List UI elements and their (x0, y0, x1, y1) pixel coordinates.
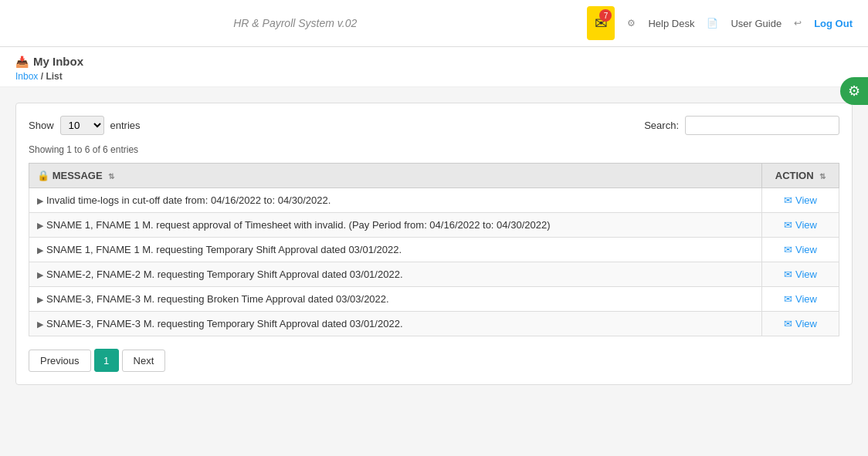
row-arrow: ▶ (37, 196, 43, 205)
showing-entries: Showing 1 to 6 of 6 entries (29, 144, 839, 155)
entries-label: entries (110, 120, 141, 131)
notification-badge: 7 (599, 9, 612, 22)
table-header-row: 🔒 MESSAGE ⇅ ACTION ⇅ (29, 164, 839, 188)
logout-link[interactable]: Log Out (814, 18, 853, 29)
message-cell: ▶SNAME 1, FNAME 1 M. request approval of… (29, 213, 762, 238)
table-row: ▶SNAME 1, FNAME 1 M. requesting Temporar… (29, 238, 839, 262)
inbox-icon: 📥 (15, 56, 29, 68)
user-guide-link[interactable]: User Guide (731, 18, 782, 29)
lock-icon: 🔒 (37, 170, 49, 181)
view-link[interactable]: ✉View (784, 194, 817, 206)
bell-icon[interactable]: ✉ 7 (587, 6, 615, 40)
view-link[interactable]: ✉View (784, 244, 817, 255)
table-row: ▶SNAME-3, FNAME-3 M. requesting Broken T… (29, 287, 839, 312)
envelope-icon: ✉ (784, 269, 792, 280)
header-nav: ⚙ Help Desk 📄 User Guide ↩ Log Out (627, 18, 853, 29)
envelope-icon: ✉ (784, 219, 792, 231)
message-cell: ▶SNAME-3, FNAME-3 M. requesting Temporar… (29, 312, 762, 336)
action-cell: ✉View (762, 312, 839, 336)
table-body: ▶Invalid time-logs in cut-off date from:… (29, 188, 839, 336)
show-entries: Show 10 25 50 100 entries (29, 116, 141, 135)
envelope-icon: ✉ (784, 194, 792, 206)
message-column-header: 🔒 MESSAGE ⇅ (29, 164, 762, 188)
notification-bell[interactable]: ✉ 7 (587, 6, 615, 40)
view-link[interactable]: ✉View (784, 219, 817, 231)
entries-select[interactable]: 10 25 50 100 (60, 116, 104, 135)
action-sort-icon[interactable]: ⇅ (819, 172, 826, 181)
next-button[interactable]: Next (122, 350, 166, 372)
action-cell: ✉View (762, 262, 839, 287)
message-cell: ▶SNAME-3, FNAME-3 M. requesting Broken T… (29, 287, 762, 312)
row-arrow: ▶ (37, 245, 43, 255)
view-link[interactable]: ✉View (784, 318, 817, 329)
message-cell: ▶Invalid time-logs in cut-off date from:… (29, 188, 762, 213)
search-label: Search: (644, 120, 679, 131)
view-link[interactable]: ✉View (784, 269, 817, 280)
envelope-icon: ✉ (784, 293, 792, 305)
inbox-table: 🔒 MESSAGE ⇅ ACTION ⇅ ▶Invalid time-logs … (29, 163, 839, 336)
row-arrow: ▶ (37, 295, 43, 304)
breadcrumb: Inbox / List (15, 71, 853, 82)
row-arrow: ▶ (37, 319, 43, 329)
table-row: ▶Invalid time-logs in cut-off date from:… (29, 188, 839, 213)
message-cell: ▶SNAME-2, FNAME-2 M. requesting Temporar… (29, 262, 762, 287)
gear-button[interactable]: ⚙ (840, 77, 868, 105)
app-title: HR & Payroll System v.02 (233, 17, 357, 29)
main-content: Show 10 25 50 100 entries Search: Showin… (0, 87, 868, 400)
action-cell: ✉View (762, 188, 839, 213)
breadcrumb-current: List (46, 71, 62, 82)
action-column-header: ACTION ⇅ (762, 164, 839, 188)
table-row: ▶SNAME-3, FNAME-3 M. requesting Temporar… (29, 312, 839, 336)
previous-button[interactable]: Previous (29, 350, 91, 372)
header: HR & Payroll System v.02 ✉ 7 ⚙ Help Desk… (0, 0, 868, 47)
table-row: ▶SNAME-2, FNAME-2 M. requesting Temporar… (29, 262, 839, 287)
action-cell: ✉View (762, 238, 839, 262)
page-number-1[interactable]: 1 (94, 349, 119, 372)
row-arrow: ▶ (37, 270, 43, 279)
breadcrumb-inbox[interactable]: Inbox (15, 71, 38, 82)
action-cell: ✉View (762, 287, 839, 312)
help-desk-link[interactable]: Help Desk (648, 18, 694, 29)
page-title: 📥 My Inbox (15, 55, 853, 68)
search-input[interactable] (685, 116, 839, 135)
envelope-icon: ✉ (784, 244, 792, 255)
message-sort-icon[interactable]: ⇅ (108, 172, 114, 181)
show-label: Show (29, 120, 54, 131)
table-controls-top: Show 10 25 50 100 entries Search: (29, 116, 839, 135)
table-row: ▶SNAME 1, FNAME 1 M. request approval of… (29, 213, 839, 238)
view-link[interactable]: ✉View (784, 293, 817, 305)
pagination: Previous 1 Next (29, 349, 839, 372)
action-cell: ✉View (762, 213, 839, 238)
envelope-icon: ✉ (784, 318, 792, 329)
row-arrow: ▶ (37, 221, 43, 230)
breadcrumb-separator: / (41, 71, 43, 82)
message-cell: ▶SNAME 1, FNAME 1 M. requesting Temporar… (29, 238, 762, 262)
breadcrumb-section: 📥 My Inbox Inbox / List (0, 47, 868, 87)
inbox-card: Show 10 25 50 100 entries Search: Showin… (15, 103, 853, 385)
search-area: Search: (644, 116, 839, 135)
